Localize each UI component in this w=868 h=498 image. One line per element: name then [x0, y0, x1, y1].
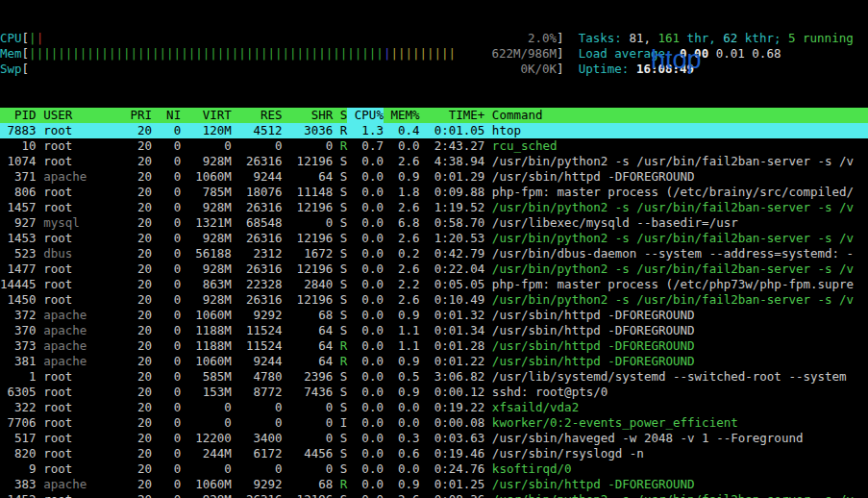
swp-meter-bar: 0K/0K: [29, 62, 557, 77]
col-user: apache: [43, 323, 130, 338]
htop-terminal[interactable]: CPU[||2.0%] Tasks: 81, 161 thr, 62 kthr;…: [0, 0, 868, 498]
col-command: php-fpm: master process (/etc/brainy/src…: [492, 185, 854, 200]
col-command: /usr/libexec/mysqld --basedir=/usr: [492, 215, 738, 231]
process-row[interactable]: 322 root 20 0 0 0 0 S 0.0 0.0 0:19.22 xf…: [0, 400, 868, 415]
tasks-summary: Tasks: 81, 161 thr, 62 kthr; 5 running: [579, 31, 854, 46]
col-command: /usr/sbin/httpd -DFOREGROUND: [492, 308, 695, 323]
col-user: apache: [43, 477, 130, 492]
col-user: apache: [43, 308, 130, 323]
process-row[interactable]: 7706 root 20 0 0 0 0 I 0.0 0.0 0:00.08 k…: [0, 415, 868, 431]
process-row[interactable]: 1452 root 20 0 928M 26316 12196 S 0.0 2.…: [0, 492, 868, 498]
col-user: root: [43, 461, 130, 477]
col-pid: 10: [0, 138, 37, 154]
col-command: /usr/bin/python2 -s /usr/bin/fail2ban-se…: [492, 261, 854, 277]
col-command: /usr/bin/python2 -s /usr/bin/fail2ban-se…: [492, 231, 854, 246]
col-pid: 370: [0, 323, 37, 338]
col-pid: 7883: [0, 123, 37, 138]
col-state: S: [340, 215, 348, 231]
col-command: /usr/bin/dbus-daemon --system --address=…: [492, 246, 854, 261]
col-command: rcu_sched: [492, 138, 558, 154]
col-state: S: [340, 431, 348, 446]
col-user: root: [43, 415, 130, 431]
sort-column-cpu[interactable]: CPU%: [347, 108, 384, 123]
process-row[interactable]: 1074 root 20 0 928M 26316 12196 S 0.0 2.…: [0, 154, 868, 169]
col-state: S: [340, 154, 348, 169]
col-command: /usr/sbin/haveged -w 2048 -v 1 --Foregro…: [492, 431, 804, 446]
process-row[interactable]: 6305 root 20 0 153M 8772 7436 S 0.0 0.9 …: [0, 385, 868, 400]
header-col-command[interactable]: Command: [492, 108, 543, 123]
col-pid: 1457: [0, 200, 37, 215]
col-state: S: [340, 400, 348, 415]
col-command: xfsaild/vda2: [492, 400, 579, 415]
process-row[interactable]: 1453 root 20 0 928M 26316 12196 S 0.0 2.…: [0, 231, 868, 246]
process-row[interactable]: 1477 root 20 0 928M 26316 12196 S 0.0 2.…: [0, 261, 868, 277]
process-row[interactable]: 372 apache 20 0 1060M 9292 68 S 0.0 0.9 …: [0, 308, 868, 323]
col-user: root: [43, 185, 130, 200]
col-user: dbus: [43, 246, 130, 261]
col-command: ksoftirqd/0: [492, 461, 572, 477]
process-row[interactable]: 370 apache 20 0 1188M 11524 64 S 0.0 1.1…: [0, 323, 868, 338]
col-user: root: [43, 123, 130, 138]
col-user: root: [43, 400, 130, 415]
mem-meter: Mem[||||||||||||||||||||||||||||||||||||…: [0, 46, 868, 62]
col-user: apache: [43, 354, 130, 369]
col-pid: 1450: [0, 292, 37, 308]
process-row[interactable]: 371 apache 20 0 1060M 9244 64 S 0.0 0.9 …: [0, 169, 868, 185]
process-row[interactable]: 383 apache 20 0 1060M 9292 68 R 0.0 0.9 …: [0, 477, 868, 492]
header-col-user[interactable]: USER: [43, 108, 130, 123]
header-col-pid[interactable]: PID: [0, 108, 37, 123]
col-command: /usr/sbin/httpd -DFOREGROUND: [492, 354, 695, 369]
swp-meter-value: 0K/0K: [520, 62, 557, 77]
col-command: /usr/bin/python2 -s /usr/bin/fail2ban-se…: [492, 492, 854, 498]
col-command: /usr/sbin/httpd -DFOREGROUND: [492, 169, 695, 185]
process-row[interactable]: 1 root 20 0 585M 4780 2396 S 0.0 0.5 3:0…: [0, 369, 868, 385]
process-table: PID USER PRI NI VIRT RES SHR S CPU% MEM%…: [0, 108, 868, 498]
col-user: root: [43, 138, 130, 154]
process-row-selected[interactable]: 7883 root 20 0 120M 4512 3036 R 1.3 0.4 …: [0, 123, 868, 138]
col-state: S: [340, 308, 348, 323]
col-command: /usr/bin/python2 -s /usr/bin/fail2ban-se…: [492, 154, 854, 169]
col-state: R: [340, 123, 348, 138]
col-user: root: [43, 369, 130, 385]
process-row[interactable]: 1457 root 20 0 928M 26316 12196 S 0.0 2.…: [0, 200, 868, 215]
col-state: S: [340, 369, 348, 385]
process-row[interactable]: 381 apache 20 0 1060M 9244 64 R 0.0 0.9 …: [0, 354, 868, 369]
col-state: R: [340, 477, 348, 492]
col-command: php-fpm: master process (/etc/php73w/php…: [492, 277, 854, 292]
col-pid: 806: [0, 185, 37, 200]
col-state: S: [340, 446, 348, 461]
table-header-row[interactable]: PID USER PRI NI VIRT RES SHR S CPU% MEM%…: [0, 108, 868, 123]
col-state: I: [340, 415, 348, 431]
process-row[interactable]: 1450 root 20 0 928M 26316 12196 S 0.0 2.…: [0, 292, 868, 308]
header-col-state[interactable]: S: [340, 108, 348, 123]
process-row[interactable]: 523 dbus 20 0 56188 2312 1672 S 0.0 0.2 …: [0, 246, 868, 261]
process-row[interactable]: 10 root 20 0 0 0 0 R 0.7 0.0 2:43.27 rcu…: [0, 138, 868, 154]
col-state: S: [340, 185, 348, 200]
process-row[interactable]: 9 root 20 0 0 0 0 S 0.0 0.0 0:24.76 ksof…: [0, 461, 868, 477]
col-state: S: [340, 323, 348, 338]
col-user: root: [43, 446, 130, 461]
process-row[interactable]: 820 root 20 0 244M 6172 4456 S 0.0 0.6 0…: [0, 446, 868, 461]
process-row[interactable]: 806 root 20 0 785M 18076 11148 S 0.0 1.8…: [0, 185, 868, 200]
process-row[interactable]: 14445 root 20 0 863M 22328 2840 S 0.0 2.…: [0, 277, 868, 292]
process-row[interactable]: 517 root 20 0 12200 3400 0 S 0.0 0.3 0:0…: [0, 431, 868, 446]
col-user: root: [43, 154, 130, 169]
col-pid: 1453: [0, 231, 37, 246]
col-user: apache: [43, 169, 130, 185]
mem-meter-value: 622M/986M: [491, 46, 557, 62]
process-row[interactable]: 373 apache 20 0 1188M 11524 64 R 0.0 1.1…: [0, 338, 868, 354]
col-pid: 14445: [0, 277, 37, 292]
col-state: R: [340, 138, 348, 154]
col-pid: 523: [0, 246, 37, 261]
col-command: kworker/0:2-events_power_efficient: [492, 415, 738, 431]
col-command: htop: [492, 123, 521, 138]
col-user: apache: [43, 338, 130, 354]
col-user: root: [43, 385, 130, 400]
cpu-meter-bar: ||2.0%: [29, 31, 557, 46]
col-pid: 1074: [0, 154, 37, 169]
col-command: /usr/bin/python2 -s /usr/bin/fail2ban-se…: [492, 200, 854, 215]
process-row[interactable]: 927 mysql 20 0 1321M 68548 0 S 0.0 6.8 0…: [0, 215, 868, 231]
col-user: root: [43, 261, 130, 277]
col-pid: 1452: [0, 492, 37, 498]
cpu-meter: CPU[||2.0%] Tasks: 81, 161 thr, 62 kthr;…: [0, 31, 868, 46]
